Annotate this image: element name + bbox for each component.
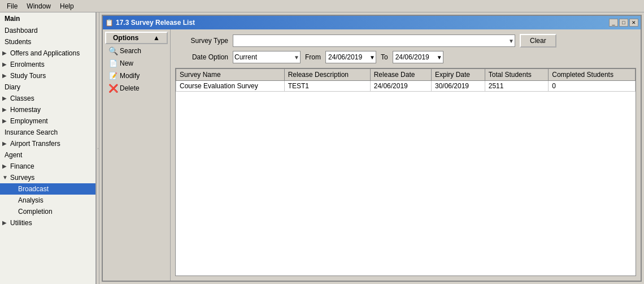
modify-icon: 📝 [108, 71, 118, 80]
delete-icon: ❌ [108, 84, 118, 93]
window-titlebar: 📋 17.3 Survey Release List _ □ ✕ [103, 16, 641, 29]
sidebar-item-employment[interactable]: ▶ Employment [0, 115, 95, 127]
expand-icon: ▶ [2, 163, 9, 170]
expand-icon: ▶ [2, 50, 9, 57]
table-cell-release-date: 24/06/2019 [370, 81, 431, 92]
action-modify[interactable]: 📝 Modify [105, 70, 168, 81]
sidebar-item-airport-transfers[interactable]: ▶ Airport Transfers [0, 138, 95, 149]
to-label: To [381, 53, 388, 61]
to-date-arrow-icon: ▼ [437, 54, 442, 61]
survey-type-label: Survey Type [177, 37, 228, 45]
table-area: Survey Name Release Description Release … [175, 68, 636, 276]
sidebar-item-homestay[interactable]: ▶ Homestay [0, 104, 95, 115]
to-date-input[interactable] [393, 51, 443, 63]
table-cell-completed-students: 0 [549, 81, 636, 92]
sidebar-item-classes[interactable]: ▶ Classes [0, 93, 95, 104]
expand-icon: ▶ [2, 106, 9, 113]
date-option-select[interactable]: Current All Custom [233, 51, 301, 63]
table-cell-survey-name: Course Evaluation Survey [176, 81, 285, 92]
window: 📋 17.3 Survey Release List _ □ ✕ Options… [102, 15, 642, 282]
expand-icon: ▶ [2, 61, 9, 68]
date-option-label: Date Option [177, 53, 228, 61]
form-row-survey-type: Survey Type ▼ Clear [177, 34, 634, 48]
to-date-wrapper: ▼ [393, 51, 443, 63]
chevron-up-icon: ▲ [153, 34, 160, 42]
survey-type-select[interactable] [233, 35, 515, 47]
action-search[interactable]: 🔍 Search [105, 45, 168, 57]
sidebar-item-students[interactable]: Students [0, 36, 95, 48]
sidebar-item-insurance-search[interactable]: Insurance Search [0, 127, 95, 138]
expand-icon: ▶ [2, 95, 9, 102]
sidebar-item-study-tours[interactable]: ▶ Study Tours [0, 70, 95, 81]
main-right: Survey Type ▼ Clear Date Option [171, 29, 641, 281]
content-body: Options ▲ 🔍 Search 📄 New 📝 Modify [103, 29, 641, 281]
maximize-button[interactable]: □ [619, 19, 628, 27]
options-button[interactable]: Options ▲ [105, 32, 168, 44]
table-cell-total-students: 2511 [485, 81, 548, 92]
sidebar-item-dashboard[interactable]: Dashboard [0, 25, 95, 36]
sidebar-item-utilities[interactable]: ▶ Utilities [0, 217, 95, 229]
col-survey-name: Survey Name [176, 69, 285, 81]
expand-icon: ▶ [2, 72, 9, 79]
survey-type-select-wrapper: ▼ [233, 35, 515, 47]
expand-icon: ▶ [2, 140, 9, 147]
menu-item-file[interactable]: File [2, 1, 22, 11]
clear-button[interactable]: Clear [520, 34, 556, 48]
sidebar: Main Dashboard Students ▶ Offers and App… [0, 12, 96, 284]
expand-icon: ▼ [2, 174, 9, 181]
sidebar-title: Main [0, 12, 95, 25]
from-label: From [305, 53, 321, 61]
window-title-left: 📋 17.3 Survey Release List [105, 19, 195, 27]
action-delete[interactable]: ❌ Delete [105, 83, 168, 94]
form-area: Survey Type ▼ Clear Date Option [171, 29, 641, 68]
sidebar-sub-item-completion[interactable]: Completion [0, 206, 95, 217]
date-option-select-wrapper: Current All Custom ▼ [233, 51, 301, 63]
sidebar-item-diary[interactable]: Diary [0, 81, 95, 93]
col-expiry-date: Expiry Date [431, 69, 485, 81]
menu-bar: File Window Help [0, 0, 644, 12]
action-new[interactable]: 📄 New [105, 58, 168, 69]
menu-item-help[interactable]: Help [55, 1, 79, 11]
sidebar-item-finance[interactable]: ▶ Finance [0, 161, 95, 172]
col-release-date: Release Date [370, 69, 431, 81]
expand-icon: ▶ [2, 220, 9, 226]
sidebar-sub-item-analysis[interactable]: Analysis [0, 195, 95, 206]
window-title: 17.3 Survey Release List [116, 19, 195, 27]
form-row-date-option: Date Option Current All Custom ▼ From [177, 51, 634, 63]
window-icon: 📋 [105, 19, 114, 27]
sidebar-item-surveys[interactable]: ▼ Surveys [0, 172, 95, 183]
from-date-wrapper: ▼ [325, 51, 376, 63]
from-date-arrow-icon: ▼ [369, 54, 375, 61]
minimize-button[interactable]: _ [609, 19, 618, 27]
from-date-input[interactable] [325, 51, 376, 63]
sidebar-item-offers-applications[interactable]: ▶ Offers and Applications [0, 48, 95, 59]
window-controls: _ □ ✕ [609, 19, 638, 27]
sidebar-item-agent[interactable]: Agent [0, 149, 95, 161]
options-column: Options ▲ 🔍 Search 📄 New 📝 Modify [103, 29, 171, 281]
menu-item-window[interactable]: Window [22, 1, 55, 11]
col-total-students: Total Students [485, 69, 548, 81]
sidebar-item-enrolments[interactable]: ▶ Enrolments [0, 59, 95, 70]
table-cell-release-description: TEST1 [284, 81, 370, 92]
new-icon: 📄 [108, 59, 118, 68]
sidebar-sub-item-broadcast[interactable]: Broadcast [0, 183, 95, 195]
col-release-description: Release Description [284, 69, 370, 81]
col-completed-students: Completed Students [549, 69, 636, 81]
table-cell-expiry-date: 30/06/2019 [431, 81, 485, 92]
close-button[interactable]: ✕ [629, 19, 638, 27]
expand-icon: ▶ [2, 118, 9, 124]
main-content: 📋 17.3 Survey Release List _ □ ✕ Options… [99, 12, 644, 284]
search-icon: 🔍 [108, 46, 118, 55]
table-row[interactable]: Course Evaluation SurveyTEST124/06/20193… [176, 81, 636, 92]
